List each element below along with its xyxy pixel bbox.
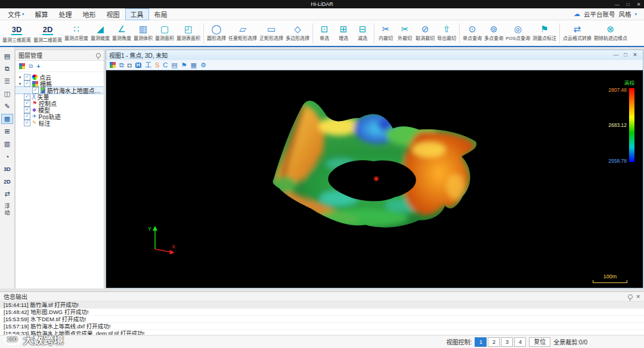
layer-tree-item-control-points[interactable]: ✓⚑控制点 (16, 100, 104, 107)
layer-tree-item-dem-layer[interactable]: ✓筋竹海水上地面点云成果_dem.ti... (16, 87, 104, 94)
view-button-4[interactable]: 4 (514, 337, 526, 347)
layer-tree-item-annotation[interactable]: ✓✎标注 (16, 120, 104, 126)
view-button-1[interactable]: 1 (475, 337, 487, 347)
layer-tree-item-point-cloud[interactable]: ▾✓点云 (16, 74, 104, 80)
measure-2d-distance-button[interactable]: 2D量测二维距离 (32, 21, 63, 46)
view-button-2[interactable]: 2 (488, 337, 500, 347)
multi-point-query-button[interactable]: ⊚多点查询 (483, 21, 504, 46)
cloud-account-button[interactable]: 云平台账号 (584, 10, 615, 18)
measure-point-density-button[interactable]: ∷量测点密度 (63, 21, 89, 46)
measure-point-annotate-button[interactable]: ⚑测量点标注 (531, 21, 558, 46)
clip-outside-button[interactable]: ✂外裁切 (395, 21, 414, 46)
maximize-icon[interactable]: □ (623, 2, 633, 7)
menu-item-tools[interactable]: 工具 (126, 9, 148, 20)
copy-view-icon[interactable]: ⧉ (119, 62, 124, 69)
sidebar-tool-2-icon[interactable]: ⧉ (2, 64, 13, 73)
layer-checkbox[interactable]: ✓ (24, 100, 30, 107)
layer-checkbox[interactable]: ✓ (24, 120, 30, 126)
menu-item-terrain[interactable]: 地形 (78, 9, 101, 20)
settings-tool-icon[interactable]: ⚙ (200, 62, 206, 69)
viewport-titlebar[interactable]: 视图1 - 焦点, 3D, 未知 — □ ✕ (106, 50, 643, 60)
single-select-button[interactable]: ⊡单选 (315, 21, 334, 46)
layer-checkbox[interactable]: ✓ (24, 94, 30, 100)
grid-tool-icon[interactable]: ▦ (191, 62, 197, 69)
measure-slope-button[interactable]: ◢量测坡度 (89, 21, 111, 46)
sidebar-view-2d[interactable]: 2D (2, 177, 13, 186)
free-rect-select-button[interactable]: ▱任意矩形选择 (227, 21, 258, 46)
3d-canvas[interactable]: 高程 2807.46 2683.12 2558.78 Y (106, 70, 643, 288)
menu-item-process[interactable]: 处理 (54, 9, 77, 20)
palette-icon[interactable] (110, 62, 116, 68)
sidebar-tool-5-icon[interactable]: ✎ (2, 102, 13, 111)
sidebar-tool-6-icon[interactable]: ▦ (2, 114, 13, 123)
list-tool-icon[interactable]: ▤ (171, 62, 177, 69)
reset-button[interactable]: 复位 (529, 337, 550, 347)
circle-select-button[interactable]: ◯圆形选择 (206, 21, 227, 46)
layer-checkbox[interactable]: ✓ (24, 113, 30, 120)
clip-inside-button[interactable]: ✂内裁切 (376, 21, 395, 46)
measure-3d-distance-button[interactable]: 3D量测三维距离 (1, 21, 32, 46)
layer-tree-item-vector[interactable]: ✓╳矢量 (16, 94, 104, 100)
export-clip-button[interactable]: ⇧导出裁切 (436, 21, 457, 46)
pointcloud-format-convert-button[interactable]: ⇄点云格式转换 (562, 21, 593, 46)
add-select-button[interactable]: ⊞增选 (334, 21, 353, 46)
layer-tree-item-raster[interactable]: ▾✓栅格 (16, 80, 104, 87)
sidebar-tool-4-icon[interactable]: ◫ (2, 89, 13, 98)
layer-tree-item-pos-track[interactable]: ✓✈Pos轨迹 (16, 113, 104, 120)
c-tool-icon[interactable]: C (163, 62, 168, 69)
sidebar-tool-8-icon[interactable]: ▥ (2, 139, 13, 148)
menu-item-label: 视图 (107, 10, 120, 19)
menu-item-view[interactable]: 视图 (102, 9, 125, 20)
sidebar-tool-7-icon[interactable]: ⊞ (2, 127, 13, 136)
ribbon-button-label: 取消裁切 (416, 35, 435, 41)
pin-icon[interactable] (96, 53, 101, 58)
viewport-toolbar: ⧉◘H工SC▤⚑▦⚙ (106, 60, 643, 70)
h-tool-icon[interactable]: H (135, 63, 142, 68)
menubar-right: ☁ 云平台账号 风格 ▾ (574, 10, 644, 18)
viewport-close-icon[interactable]: ✕ (630, 52, 640, 58)
s-tool-icon[interactable]: S (155, 62, 159, 69)
single-point-query-button[interactable]: ⊙单点查询 (462, 21, 483, 46)
pos-point-query-button[interactable]: ◎POS点查询 (504, 21, 531, 46)
measure-surface-area-button[interactable]: ◰量测表面积 (175, 21, 202, 46)
menu-item-file[interactable]: 文件▾ (3, 9, 29, 20)
minimize-icon[interactable]: — (612, 2, 623, 7)
expander-icon[interactable]: ▾ (18, 82, 22, 86)
remove-track-edge-points-button[interactable]: ⊗剔除轨迹边缘点 (593, 21, 628, 46)
layer-checkbox[interactable]: ✓ (24, 80, 30, 87)
sidebar-tool-swap-icon[interactable]: ⇄ (2, 189, 13, 198)
info-close-icon[interactable]: ✕ (636, 294, 640, 300)
expander-icon[interactable]: ▾ (18, 75, 22, 80)
layer-checkbox[interactable]: ✓ (32, 87, 39, 94)
layer-checkbox[interactable]: ✓ (24, 107, 30, 113)
cancel-clip-button[interactable]: ⊘取消裁切 (414, 21, 436, 46)
subtract-select-button[interactable]: ⊟减选 (353, 21, 372, 46)
sidebar-tool-1-icon[interactable]: ▤ (2, 52, 13, 61)
polygon-select-button[interactable]: ◇多边形选择 (284, 21, 311, 46)
viewport-maximize-icon[interactable]: □ (621, 52, 630, 58)
sidebar-tool-9-icon[interactable]: ◔ (2, 152, 13, 161)
info-pin-icon[interactable] (628, 294, 633, 299)
close-icon[interactable]: ✕ (633, 2, 644, 7)
menu-item-solve[interactable]: 解算 (30, 9, 53, 20)
sidebar-tool-3-icon[interactable]: ☰ (2, 77, 13, 86)
viewport-minimize-icon[interactable]: — (611, 52, 621, 58)
clip-outside-icon: ✂ (401, 22, 409, 33)
layer-checkbox[interactable]: ✓ (24, 74, 30, 80)
style-menu-button[interactable]: 风格 (618, 10, 631, 18)
add-layer-icon[interactable]: + (36, 63, 40, 70)
layer-tree-item-model[interactable]: ✓◆模型 (16, 107, 104, 113)
rect-select-button[interactable]: ▭正矩形选择 (258, 21, 284, 46)
camera-icon[interactable]: ◘ (128, 62, 132, 69)
view-button-3[interactable]: 3 (501, 337, 513, 347)
sidebar-view-3d[interactable]: 3D (2, 164, 13, 173)
flag-tool-icon[interactable]: ⚑ (181, 62, 187, 69)
measure-area-button[interactable]: ▢量测面积 (154, 21, 175, 46)
menu-item-layout[interactable]: 布局 (150, 9, 172, 20)
beam-tool-icon[interactable]: 工 (145, 62, 151, 69)
ribbon-button-label: 导出裁切 (437, 35, 456, 41)
copy-layer-icon[interactable]: ⧉ (29, 63, 33, 69)
layer-style-icon[interactable] (19, 63, 25, 69)
measure-volume-button[interactable]: ▥量测体积 (132, 21, 154, 46)
measure-angle-button[interactable]: ∠量测角度 (111, 21, 132, 46)
